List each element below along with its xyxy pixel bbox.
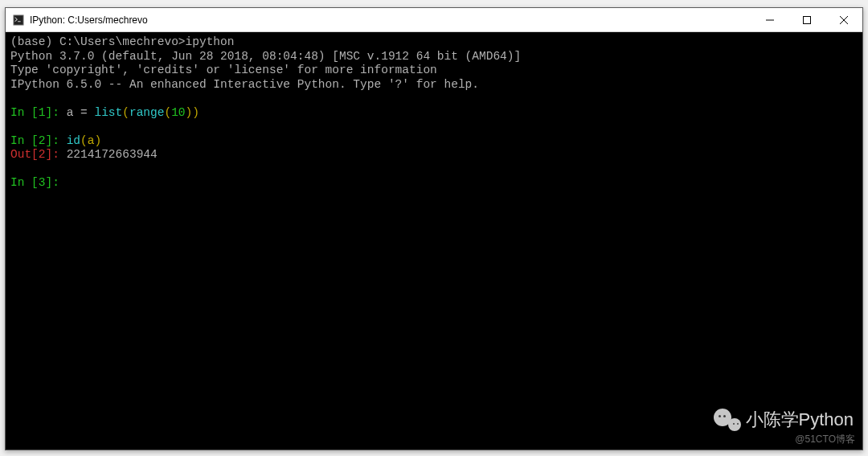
python-info-line: Type 'copyright', 'credits' or 'license'… bbox=[10, 64, 858, 78]
watermark-brand: 小陈学Python bbox=[714, 408, 854, 432]
ipython-banner-line: IPython 6.5.0 -- An enhanced Interactive… bbox=[10, 78, 858, 92]
input-3-line: In [3]: bbox=[10, 176, 858, 191]
close-button[interactable] bbox=[825, 8, 862, 31]
window-title: IPython: C:Users/mechrevo bbox=[30, 14, 148, 26]
blank-line bbox=[10, 162, 858, 177]
input-2-line: In [2]: id(a) bbox=[10, 134, 858, 149]
python-version-line: Python 3.7.0 (default, Jun 28 2018, 08:0… bbox=[10, 50, 858, 64]
terminal-window: IPython: C:Users/mechrevo (base) C:\User… bbox=[5, 7, 863, 450]
prompt-line: (base) C:\Users\mechrevo>ipython bbox=[10, 35, 858, 50]
output-2-line: Out[2]: 2214172663944 bbox=[10, 148, 858, 162]
blank-line bbox=[10, 120, 858, 134]
maximize-button[interactable] bbox=[788, 8, 825, 31]
svg-rect-0 bbox=[14, 14, 23, 24]
svg-rect-3 bbox=[804, 16, 811, 23]
shell-path: (base) C:\Users\mechrevo> bbox=[10, 35, 186, 48]
minimize-button[interactable] bbox=[751, 8, 788, 31]
output-value: 2214172663944 bbox=[67, 148, 158, 161]
blank-line bbox=[10, 92, 858, 106]
window-titlebar: IPython: C:Users/mechrevo bbox=[6, 8, 862, 32]
shell-command: ipython bbox=[186, 35, 235, 48]
watermark-brand-text: 小陈学Python bbox=[746, 408, 854, 432]
titlebar-left: IPython: C:Users/mechrevo bbox=[6, 14, 148, 27]
window-controls bbox=[751, 8, 862, 31]
wechat-icon bbox=[714, 409, 741, 431]
terminal-icon bbox=[12, 14, 25, 27]
input-1-line: In [1]: a = list(range(10)) bbox=[10, 106, 858, 121]
terminal-body[interactable]: (base) C:\Users\mechrevo>ipython Python … bbox=[6, 32, 862, 450]
watermark-credit: @51CTO博客 bbox=[795, 433, 855, 446]
